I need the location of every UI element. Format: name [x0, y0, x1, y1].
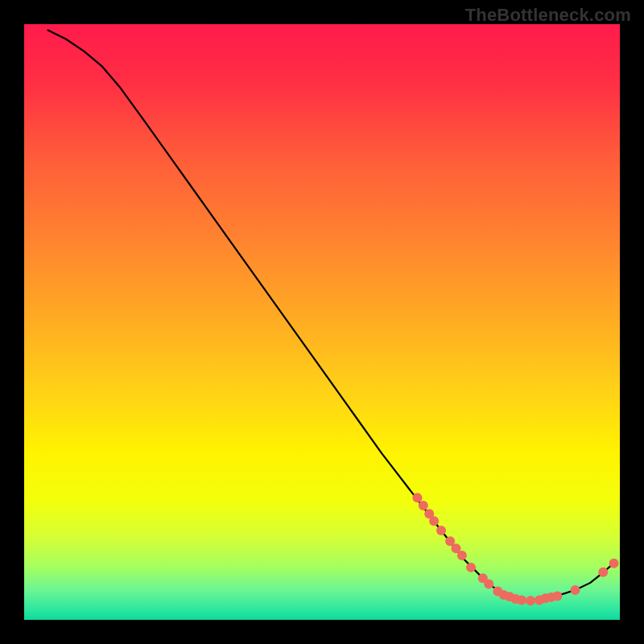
- data-point: [457, 551, 467, 560]
- chart-svg: [0, 0, 644, 644]
- plot-background: [24, 24, 620, 620]
- data-point: [419, 501, 428, 510]
- data-point: [436, 526, 446, 535]
- chart-container: TheBottleneck.com: [0, 0, 644, 644]
- data-point: [609, 559, 619, 568]
- data-point: [484, 580, 493, 589]
- data-point: [517, 596, 526, 605]
- data-point: [412, 493, 422, 502]
- watermark-text: TheBottleneck.com: [465, 5, 631, 26]
- data-point: [571, 585, 580, 595]
- data-point: [429, 516, 439, 526]
- data-point: [466, 563, 476, 572]
- data-point: [552, 591, 562, 601]
- data-point: [598, 568, 608, 577]
- data-point: [526, 596, 535, 605]
